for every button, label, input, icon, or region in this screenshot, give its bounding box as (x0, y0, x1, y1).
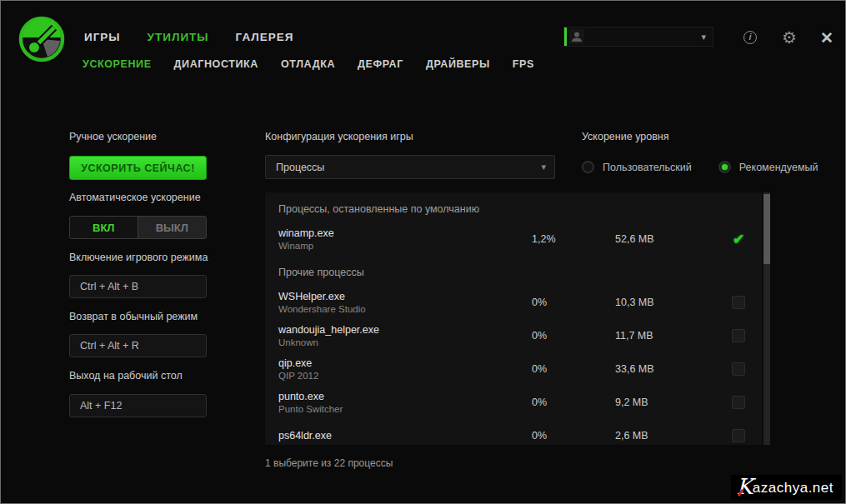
process-description: Wondershare Studio (278, 303, 532, 315)
subtab-boost[interactable]: УСКОРЕНИЕ (83, 58, 152, 70)
process-description: QIP 2012 (278, 370, 532, 382)
main-nav: ИГРЫ УТИЛИТЫ ГАЛЕРЕЯ (84, 31, 293, 43)
process-row-wandoujia[interactable]: wandoujia_helper.exe Unknown 0% 11,7 MB (265, 319, 762, 352)
process-name: punto.exe (278, 391, 532, 403)
process-row-qip[interactable]: qip.exe QIP 2012 0% 33,6 MB (265, 352, 762, 386)
chevron-down-icon: ▾ (701, 32, 713, 42)
chevron-down-icon: ▾ (541, 162, 546, 172)
process-name: qip.exe (278, 357, 532, 370)
toggle-on-button[interactable]: ВКЛ (70, 217, 138, 238)
game-mode-hotkey-field[interactable]: Ctrl + Alt + B (69, 275, 207, 298)
process-list-scrollbar[interactable] (763, 192, 770, 445)
process-description: Unknown (278, 337, 532, 348)
process-memory: 2,6 MB (615, 430, 715, 442)
process-row-winamp[interactable]: winamp.exe Winamp 1,2% 52,6 MB ✔ (265, 222, 762, 256)
user-avatar-icon (569, 29, 584, 44)
user-status-bar (564, 27, 567, 46)
radio-recommended-label[interactable]: Рекомендуемый (739, 162, 818, 173)
process-row-wshelper[interactable]: WSHelper.exe Wondershare Studio 0% 10,3 … (265, 286, 762, 319)
process-cpu: 0% (532, 330, 615, 342)
section-header-stopped: Процессы, остановленные по умолчанию (265, 192, 762, 222)
process-name: winamp.exe (278, 227, 532, 240)
subtab-debug[interactable]: ОТЛАДКА (281, 58, 335, 70)
subtab-fps[interactable]: FPS (513, 58, 534, 70)
watermark: K azachya.net (731, 475, 842, 500)
auto-boost-toggle: ВКЛ ВЫКЛ (69, 216, 207, 239)
process-cpu: 0% (532, 430, 615, 442)
user-account-dropdown[interactable]: ▾ (563, 27, 713, 47)
process-memory: 9,2 MB (615, 397, 715, 408)
process-memory: 33,6 MB (615, 363, 715, 375)
section-header-other: Прочие процессы (265, 256, 762, 286)
subtab-defrag[interactable]: ДЕФРАГ (358, 58, 403, 70)
tab-games[interactable]: ИГРЫ (84, 31, 121, 43)
radio-custom-label[interactable]: Пользовательский (603, 162, 692, 173)
tab-utilities[interactable]: УТИЛИТЫ (148, 31, 209, 43)
process-memory: 11,7 MB (615, 330, 715, 342)
process-list: Процессы, остановленные по умолчанию win… (265, 192, 762, 445)
subtab-diagnostics[interactable]: ДИАГНОСТИКА (174, 58, 258, 70)
normal-mode-hotkey-label: Возврат в обычный режим (69, 311, 198, 322)
normal-mode-hotkey-field[interactable]: Ctrl + Alt + R (69, 334, 207, 357)
boost-level-label: Ускорение уровня (582, 131, 668, 142)
checkbox-unchecked[interactable] (732, 362, 745, 376)
boost-now-button[interactable]: УСКОРИТЬ СЕЙЧАС! (69, 156, 207, 180)
desktop-hotkey-label: Выход на рабочий стол (69, 370, 183, 382)
info-icon[interactable]: i (743, 31, 757, 44)
auto-boost-label: Автоматическое ускорение (69, 192, 201, 203)
process-memory: 52,6 MB (615, 233, 715, 245)
dropdown-selected-value: Процессы (276, 162, 324, 173)
utilities-sub-nav: УСКОРЕНИЕ ДИАГНОСТИКА ОТЛАДКА ДЕФРАГ ДРА… (83, 58, 534, 70)
watermark-text: azachya.net (753, 480, 833, 496)
checkbox-unchecked[interactable] (732, 396, 745, 409)
radio-custom[interactable] (582, 161, 594, 173)
process-name: ps64ldr.exe (278, 430, 532, 442)
checkbox-unchecked[interactable] (732, 296, 745, 309)
process-row-punto[interactable]: punto.exe Punto Switcher 0% 9,2 MB (265, 386, 762, 419)
close-icon[interactable]: ✕ (820, 28, 833, 47)
process-description: Winamp (278, 240, 532, 252)
app-window: { "header": { "main_tabs": [ { "label": … (0, 0, 846, 504)
process-cpu: 1,2% (532, 233, 615, 245)
process-config-dropdown[interactable]: Процессы ▾ (265, 155, 555, 179)
tab-gallery[interactable]: ГАЛЕРЕЯ (236, 31, 294, 43)
watermark-initial: K (736, 477, 752, 496)
process-memory: 10,3 MB (615, 297, 715, 308)
process-description: Punto Switcher (278, 403, 532, 415)
app-logo-gauge-icon (18, 15, 66, 63)
game-mode-hotkey-label: Включение игрового режима (69, 252, 208, 263)
process-cpu: 0% (532, 297, 615, 308)
gear-icon[interactable]: ⚙ (782, 27, 797, 47)
checkbox-unchecked[interactable] (732, 429, 745, 442)
process-cpu: 0% (532, 397, 615, 408)
process-row-ps64ldr[interactable]: ps64ldr.exe 0% 2,6 MB (265, 419, 762, 445)
check-icon[interactable]: ✔ (733, 231, 744, 248)
process-name: WSHelper.exe (278, 291, 532, 303)
desktop-hotkey-field[interactable]: Alt + F12 (69, 394, 207, 417)
selection-status-text: 1 выберите из 22 процессы (265, 457, 393, 469)
boost-level-radios: Пользовательский Рекомендуемый (582, 161, 836, 173)
scrollbar-thumb[interactable] (763, 194, 770, 264)
checkbox-unchecked[interactable] (732, 329, 745, 342)
manual-boost-label: Ручное ускорение (69, 131, 157, 142)
toggle-off-button[interactable]: ВЫКЛ (138, 217, 207, 238)
subtab-drivers[interactable]: ДРАЙВЕРЫ (426, 58, 490, 70)
boost-config-label: Конфигурация ускорения игры (265, 131, 413, 142)
process-name: wandoujia_helper.exe (278, 324, 532, 337)
radio-recommended[interactable] (718, 161, 731, 173)
process-cpu: 0% (532, 363, 615, 375)
